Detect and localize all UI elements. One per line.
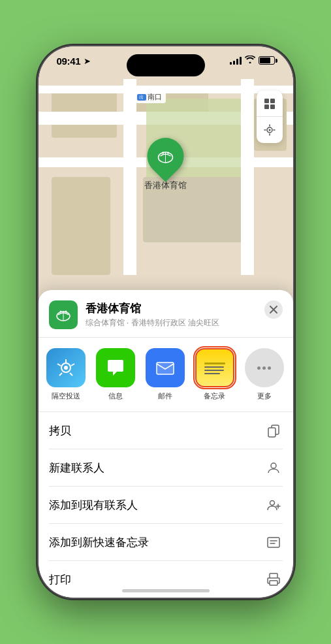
person-icon: [264, 459, 283, 477]
share-apps-row: 隔空投送 信息: [39, 338, 293, 412]
venue-pin-inner: [153, 144, 178, 169]
svg-point-19: [270, 501, 274, 506]
share-app-more[interactable]: 更多: [242, 348, 287, 401]
action-add-contact-label: 添加到现有联系人: [49, 498, 138, 513]
copy-icon: [264, 421, 283, 440]
svg-point-10: [59, 311, 61, 313]
svg-rect-21: [270, 573, 277, 578]
location-header: 香港体育馆 综合体育馆 · 香港特别行政区 油尖旺区: [39, 290, 293, 338]
bottom-sheet: 香港体育馆 综合体育馆 · 香港特别行政区 油尖旺区: [39, 290, 293, 598]
location-name: 香港体育馆: [86, 301, 283, 316]
airdrop-icon: [46, 348, 86, 387]
svg-rect-20: [268, 538, 279, 547]
share-app-mail[interactable]: 邮件: [143, 348, 187, 401]
location-info: 香港体育馆 综合体育馆 · 香港特别行政区 油尖旺区: [86, 301, 283, 329]
messages-icon: [96, 348, 135, 387]
phone-inner: 09:41 ➤: [39, 46, 293, 598]
mail-icon: [146, 348, 185, 387]
action-list: 拷贝 新建联系人: [39, 412, 293, 598]
svg-point-2: [167, 152, 169, 154]
signal-bars-icon: [230, 57, 242, 65]
svg-rect-22: [270, 581, 277, 585]
share-app-airdrop[interactable]: 隔空投送: [44, 348, 88, 401]
notes-lines: [200, 357, 229, 378]
svg-rect-6: [270, 105, 275, 109]
action-copy[interactable]: 拷贝: [49, 412, 283, 449]
mail-label: 邮件: [158, 391, 172, 401]
location-button[interactable]: [257, 117, 283, 143]
notes-icon: [195, 348, 234, 387]
share-app-messages[interactable]: 信息: [93, 348, 138, 401]
svg-rect-3: [264, 99, 269, 103]
share-app-notes[interactable]: 备忘录: [193, 348, 237, 401]
map-label-icon: 出: [137, 94, 146, 101]
svg-rect-4: [270, 99, 275, 103]
location-icon: [49, 300, 78, 329]
svg-rect-5: [264, 105, 269, 109]
quick-note-icon: [264, 533, 283, 551]
map-type-button[interactable]: [257, 91, 283, 117]
svg-point-18: [271, 463, 276, 468]
more-label: 更多: [257, 391, 272, 401]
action-print-label: 打印: [49, 572, 71, 587]
battery-icon: [259, 56, 275, 65]
wifi-icon: [245, 56, 255, 65]
svg-point-8: [268, 129, 270, 131]
action-new-contact-label: 新建联系人: [49, 460, 104, 475]
action-copy-label: 拷贝: [49, 423, 71, 438]
svg-point-11: [65, 311, 67, 313]
action-quick-note-label: 添加到新快速备忘录: [49, 535, 149, 550]
person-add-icon: [264, 496, 283, 514]
map-label-text: 南口: [148, 92, 162, 102]
map-area[interactable]: 出 南口 香港体育馆: [39, 46, 293, 321]
status-time: 09:41: [57, 56, 81, 67]
dynamic-island: [127, 54, 205, 76]
print-icon: [264, 570, 283, 588]
more-icon: [245, 348, 284, 387]
svg-rect-14: [157, 362, 174, 374]
svg-point-13: [64, 366, 68, 370]
action-quick-note[interactable]: 添加到新快速备忘录: [49, 524, 283, 561]
close-button[interactable]: [264, 300, 283, 319]
action-new-contact[interactable]: 新建联系人: [49, 449, 283, 487]
location-subtitle: 综合体育馆 · 香港特别行政区 油尖旺区: [86, 317, 283, 329]
airdrop-label: 隔空投送: [52, 391, 80, 401]
status-icons: [230, 56, 275, 65]
action-add-contact[interactable]: 添加到现有联系人: [49, 487, 283, 524]
location-arrow-icon: ➤: [84, 56, 91, 66]
notes-label: 备忘录: [204, 391, 225, 401]
venue-pin: [140, 130, 191, 182]
venue-marker: 香港体育馆: [144, 138, 187, 191]
svg-point-1: [162, 152, 164, 154]
svg-rect-17: [268, 428, 276, 437]
messages-label: 信息: [108, 391, 123, 401]
map-controls[interactable]: [257, 91, 283, 143]
home-indicator: [122, 589, 210, 592]
map-label: 出 南口: [133, 91, 166, 103]
phone-frame: 09:41 ➤: [39, 46, 293, 598]
